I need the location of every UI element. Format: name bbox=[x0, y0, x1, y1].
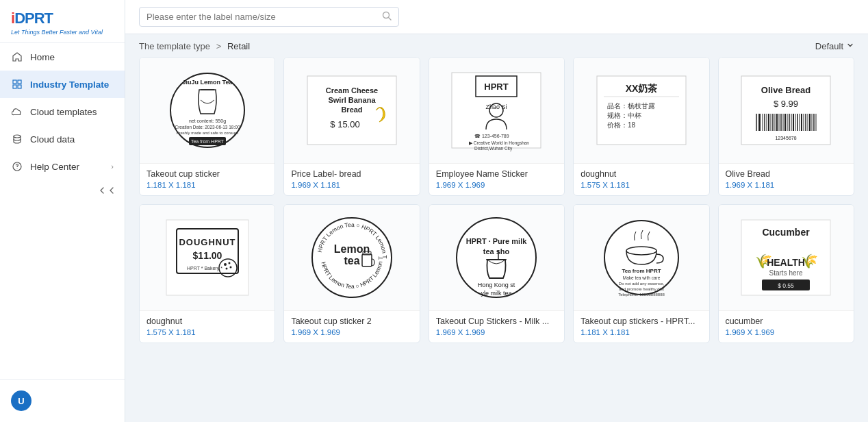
svg-text:Hong Kong st: Hong Kong st bbox=[478, 282, 515, 288]
svg-text:$ 9.99: $ 9.99 bbox=[774, 99, 798, 109]
svg-text:$11.00: $11.00 bbox=[192, 250, 222, 261]
svg-point-77 bbox=[224, 263, 227, 266]
card-price-label-bread[interactable]: Cream Cheese Swirl Banana Bread $ 15.00 … bbox=[283, 57, 420, 196]
card-preview-3: HPRT Zhao Si ☎ 123-456-789 ▶ Creative Wo… bbox=[429, 58, 564, 164]
card-preview-9: Tea from HPRT Make tea with care Do not … bbox=[574, 205, 709, 311]
breadcrumb-template-type[interactable]: The template type bbox=[139, 41, 210, 51]
collapse-button[interactable] bbox=[0, 180, 125, 201]
breadcrumb-separator: > bbox=[216, 41, 222, 51]
svg-text:Telephone: 18888888888: Telephone: 18888888888 bbox=[618, 293, 665, 297]
card-takeout-cup-sticker[interactable]: JiuJu Lemon Tea net content: 550g Creati… bbox=[139, 57, 275, 196]
logo-area: iDPRT Let Things Better Faster and Vital bbox=[0, 0, 125, 43]
card-size-1: 1.181 X 1.181 bbox=[146, 181, 268, 189]
avatar[interactable]: U bbox=[11, 390, 31, 411]
svg-text:Bread: Bread bbox=[342, 106, 363, 114]
svg-text:net content: 550g: net content: 550g bbox=[189, 119, 226, 124]
sidebar-item-industry-template-label: Industry Template bbox=[30, 79, 109, 90]
card-info-9: Takeout cup stickers - HPRT... 1.181 X 1… bbox=[574, 311, 709, 343]
card-preview-7: HPRT Lemon Tea ○ HPRT Lemon Tea HPRT Lem… bbox=[284, 205, 419, 311]
search-input[interactable] bbox=[146, 12, 379, 22]
cloud-icon bbox=[11, 106, 23, 118]
card-title-7: Takeout cup sticker 2 bbox=[291, 316, 412, 326]
svg-text:Tea from HPRT: Tea from HPRT bbox=[191, 139, 225, 144]
svg-text:Starts here: Starts here bbox=[769, 269, 803, 277]
svg-text:HPRT · Pure milk: HPRT · Pure milk bbox=[466, 237, 528, 245]
svg-text:HEALTH: HEALTH bbox=[767, 257, 805, 268]
card-lemon-tea[interactable]: HPRT Lemon Tea ○ HPRT Lemon Tea HPRT Lem… bbox=[283, 204, 420, 343]
card-title-8: Takeout Cup Stickers - Milk ... bbox=[436, 316, 557, 326]
sidebar-item-cloud-data[interactable]: Cloud data bbox=[0, 125, 125, 153]
chevron-down-icon bbox=[846, 41, 854, 51]
card-preview-1: JiuJu Lemon Tea net content: 550g Creati… bbox=[140, 58, 275, 164]
main-content: The template type > Retail Default bbox=[125, 0, 868, 422]
svg-text:Olive Bread: Olive Bread bbox=[761, 85, 810, 95]
card-info-10: cucumber 1.969 X 1.969 bbox=[719, 311, 854, 343]
svg-text:and promote healthy diet: and promote healthy diet bbox=[619, 287, 664, 291]
sidebar-item-home[interactable]: Home bbox=[0, 43, 125, 71]
sidebar-bottom: U bbox=[0, 379, 125, 422]
card-milk-tea[interactable]: HPRT · Pure milk tea sho Hong Kong st yl… bbox=[429, 204, 565, 343]
sidebar-item-help-center[interactable]: Help Center › bbox=[0, 153, 125, 180]
card-title-3: Employee Name Sticker bbox=[436, 169, 557, 179]
sidebar-item-cloud-templates[interactable]: Cloud templates bbox=[0, 98, 125, 125]
card-size-7: 1.969 X 1.969 bbox=[291, 328, 412, 336]
svg-text:JiuJu Lemon Tea: JiuJu Lemon Tea bbox=[182, 79, 233, 86]
card-doughnut-1[interactable]: XX奶茶 品名：杨枝甘露 规格：中杯 价格：18 doughnut 1.575 … bbox=[573, 57, 709, 196]
card-preview-5: Olive Bread $ 9.99 bbox=[719, 58, 854, 164]
sidebar-item-cloud-templates-label: Cloud templates bbox=[30, 107, 97, 117]
sidebar-item-help-center-label: Help Center bbox=[30, 162, 79, 172]
help-icon bbox=[11, 160, 23, 173]
svg-text:tea sho: tea sho bbox=[483, 247, 510, 256]
svg-point-4 bbox=[14, 135, 21, 138]
search-box[interactable] bbox=[139, 7, 399, 27]
svg-text:价格：18: 价格：18 bbox=[607, 121, 636, 129]
card-info-3: Employee Name Sticker 1.969 X 1.969 bbox=[429, 164, 564, 195]
card-info-8: Takeout Cup Stickers - Milk ... 1.969 X … bbox=[429, 311, 564, 343]
card-preview-8: HPRT · Pure milk tea sho Hong Kong st yl… bbox=[429, 205, 564, 311]
sidebar-nav: Home Industry Template Cloud templates C… bbox=[0, 43, 125, 180]
svg-text:☎ 123-456-789: ☎ 123-456-789 bbox=[474, 134, 509, 138]
svg-line-8 bbox=[389, 18, 392, 21]
card-size-4: 1.575 X 1.181 bbox=[580, 181, 702, 189]
card-olive-bread[interactable]: Olive Bread $ 9.99 bbox=[718, 57, 854, 196]
svg-text:HPRT: HPRT bbox=[485, 82, 509, 92]
svg-text:Do not add any essence,: Do not add any essence, bbox=[619, 282, 665, 286]
sidebar-item-industry-template[interactable]: Industry Template bbox=[0, 71, 125, 98]
svg-rect-3 bbox=[18, 85, 21, 88]
svg-text:District,Wuhan City: District,Wuhan City bbox=[474, 146, 513, 151]
svg-rect-2 bbox=[13, 85, 16, 88]
template-grid-area: JiuJu Lemon Tea net content: 550g Creati… bbox=[125, 57, 868, 422]
breadcrumb-current: Retail bbox=[227, 41, 250, 51]
svg-text:DOUGHNUT: DOUGHNUT bbox=[179, 237, 235, 247]
svg-text:Tea from HPRT: Tea from HPRT bbox=[622, 268, 661, 274]
svg-point-6 bbox=[17, 169, 18, 169]
svg-text:Cream Cheese: Cream Cheese bbox=[326, 86, 378, 95]
card-employee-name[interactable]: HPRT Zhao Si ☎ 123-456-789 ▶ Creative Wo… bbox=[429, 57, 565, 196]
card-info-5: Olive Bread 1.969 X 1.181 bbox=[719, 164, 854, 195]
card-hprt-tea[interactable]: Tea from HPRT Make tea with care Do not … bbox=[573, 204, 709, 343]
chevron-right-icon: › bbox=[111, 162, 114, 171]
svg-text:yle milk tea: yle milk tea bbox=[481, 290, 512, 297]
header bbox=[125, 0, 868, 34]
sidebar: iDPRT Let Things Better Faster and Vital… bbox=[0, 0, 125, 422]
svg-text:品名：杨枝甘露: 品名：杨枝甘露 bbox=[607, 102, 655, 110]
logo: iDPRT bbox=[11, 10, 114, 27]
card-size-8: 1.969 X 1.969 bbox=[436, 328, 557, 336]
svg-text:▶ Creative World in Hongshan: ▶ Creative World in Hongshan bbox=[469, 140, 529, 146]
sort-button[interactable]: Default bbox=[815, 41, 854, 51]
svg-text:HPRT * Bakery *: HPRT * Bakery * bbox=[187, 266, 222, 271]
card-title-9: Takeout cup stickers - HPRT... bbox=[580, 316, 702, 326]
breadcrumb: The template type > Retail bbox=[139, 41, 250, 51]
svg-text:12345678: 12345678 bbox=[776, 136, 797, 140]
card-info-4: doughnut 1.575 X 1.181 bbox=[574, 164, 709, 195]
card-cucumber[interactable]: Cucumber 🌾 🌾 HEALTH Starts here $ 0.55 c… bbox=[718, 204, 854, 343]
svg-text:XX奶茶: XX奶茶 bbox=[626, 83, 659, 94]
card-preview-4: XX奶茶 品名：杨枝甘露 规格：中杯 价格：18 bbox=[574, 58, 709, 164]
card-size-3: 1.969 X 1.969 bbox=[436, 181, 557, 189]
svg-point-79 bbox=[225, 268, 227, 270]
card-preview-6: DOUGHNUT $11.00 HPRT * Bakery * bbox=[140, 205, 275, 311]
card-size-6: 1.575 X 1.181 bbox=[146, 328, 268, 336]
svg-text:tea: tea bbox=[344, 255, 360, 266]
card-doughnut-2[interactable]: DOUGHNUT $11.00 HPRT * Bakery * doughnut… bbox=[139, 204, 275, 343]
card-title-6: doughnut bbox=[146, 316, 268, 326]
